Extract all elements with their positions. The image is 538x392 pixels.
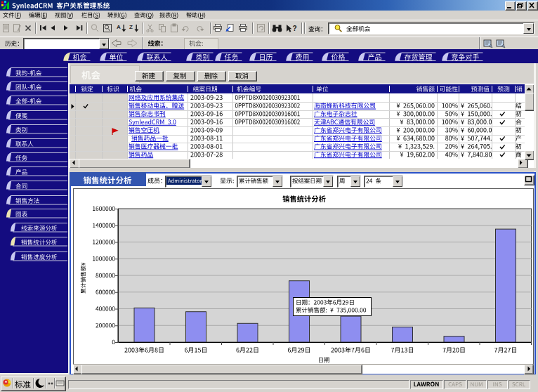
svg-text:A: A: [117, 24, 121, 30]
svg-text:?: ?: [293, 25, 297, 32]
svg-text:Z: Z: [129, 24, 133, 30]
